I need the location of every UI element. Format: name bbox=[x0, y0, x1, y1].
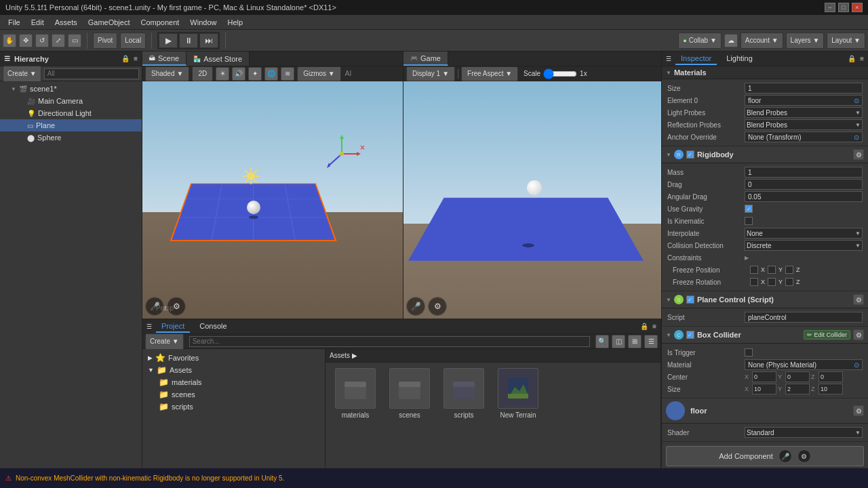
freeze-pos-y[interactable] bbox=[768, 266, 776, 274]
box-collider-settings[interactable]: ⚙ bbox=[853, 329, 864, 340]
script-value[interactable]: planeControl bbox=[745, 312, 863, 323]
game-viewport[interactable]: 🎤 ⚙ bbox=[403, 81, 661, 319]
add-component-settings[interactable]: ⚙ bbox=[797, 449, 811, 463]
close-button[interactable]: × bbox=[852, 3, 863, 12]
layers-button[interactable]: Layers ▼ bbox=[786, 33, 825, 49]
menu-assets[interactable]: Assets bbox=[50, 17, 83, 28]
size-y[interactable]: Y2 bbox=[778, 384, 810, 394]
plane-control-settings[interactable]: ⚙ bbox=[853, 294, 864, 305]
reflection-probes-select[interactable]: Blend Probes ▼ bbox=[745, 119, 863, 130]
minimize-button[interactable]: − bbox=[825, 3, 835, 12]
anchor-value[interactable]: None (Transform) ⊙ bbox=[745, 131, 863, 142]
is-trigger-checkbox[interactable] bbox=[745, 348, 753, 357]
drag-value[interactable]: 0 bbox=[745, 179, 863, 190]
maximize-button[interactable]: □ bbox=[838, 3, 849, 12]
project-tab[interactable]: Project bbox=[156, 321, 190, 333]
rigidbody-header[interactable]: ▼ R ✓ Rigidbody ⚙ bbox=[662, 146, 868, 163]
edit-collider-btn[interactable]: ✏ Edit Collider bbox=[804, 330, 850, 340]
hierarchy-scene[interactable]: ▼ 🎬 scene1* bbox=[0, 83, 142, 95]
project-lock[interactable]: 🔒 bbox=[640, 323, 648, 330]
aspect-dropdown[interactable]: Free Aspect ▼ bbox=[461, 66, 518, 81]
hierarchy-search[interactable] bbox=[44, 68, 139, 79]
scene-skybox-toggle[interactable]: 🌐 bbox=[264, 67, 278, 81]
game-audio-btn[interactable]: 🎤 bbox=[406, 297, 425, 316]
light-probes-select[interactable]: Blend Probes ▼ bbox=[745, 107, 863, 118]
asset-scripts[interactable]: scripts bbox=[439, 368, 488, 419]
scale-tool[interactable]: ⤢ bbox=[52, 34, 65, 47]
scale-slider[interactable] bbox=[543, 71, 577, 77]
floor-material-header[interactable]: floor ⚙ bbox=[662, 399, 868, 424]
project-create-button[interactable]: Create ▼ bbox=[145, 333, 184, 350]
hierarchy-item-directionallight[interactable]: 💡 Directional Light bbox=[0, 107, 142, 119]
materials-tree-item[interactable]: 📁 materials bbox=[145, 376, 322, 388]
hierarchy-menu[interactable]: ≡ bbox=[134, 55, 138, 62]
inspector-menu[interactable]: ≡ bbox=[860, 55, 864, 62]
scene-fog-toggle[interactable]: ≋ bbox=[281, 67, 294, 81]
gizmo-close[interactable]: × bbox=[360, 143, 365, 152]
scene-audio-toggle[interactable]: 🔊 bbox=[232, 67, 245, 81]
project-search[interactable] bbox=[189, 336, 590, 347]
hierarchy-item-maincamera[interactable]: 🎥 Main Camera bbox=[0, 95, 142, 107]
scene-light-toggle[interactable]: ☀ bbox=[216, 67, 229, 81]
mass-value[interactable]: 1 bbox=[745, 167, 863, 178]
dimension-toggle[interactable]: 2D bbox=[192, 66, 213, 81]
size-value[interactable]: 1 bbox=[745, 83, 863, 94]
play-button[interactable]: ▶ bbox=[159, 33, 178, 48]
local-button[interactable]: Local bbox=[120, 33, 146, 49]
menu-help[interactable]: Help bbox=[222, 17, 248, 28]
asset-store-tab[interactable]: 🏪 Asset Store bbox=[186, 52, 250, 66]
use-gravity-checkbox[interactable]: ✓ bbox=[745, 205, 753, 213]
asset-scenes[interactable]: scenes bbox=[385, 368, 434, 419]
scenes-tree-item[interactable]: 📁 scenes bbox=[145, 388, 322, 401]
project-menu[interactable]: ≡ bbox=[652, 323, 656, 330]
box-collider-header[interactable]: ▼ C ✓ Box Collider ✏ Edit Collider ⚙ bbox=[662, 327, 868, 344]
inspector-lock[interactable]: 🔒 bbox=[848, 55, 856, 62]
step-button[interactable]: ⏭ bbox=[199, 33, 218, 48]
display-dropdown[interactable]: Display 1▼ bbox=[406, 66, 455, 81]
shading-dropdown[interactable]: Shaded▼ bbox=[145, 66, 189, 81]
add-component-audio[interactable]: 🎤 bbox=[778, 449, 792, 463]
scene-tab[interactable]: 🏔 Scene bbox=[142, 52, 186, 66]
account-button[interactable]: Account ▼ bbox=[741, 33, 783, 49]
collision-detect-select[interactable]: Discrete ▼ bbox=[745, 240, 863, 251]
menu-component[interactable]: Component bbox=[135, 17, 184, 28]
box-collider-checkbox[interactable]: ✓ bbox=[686, 331, 694, 339]
plane-control-header[interactable]: ▼ S ✓ Plane Control (Script) ⚙ bbox=[662, 291, 868, 308]
scripts-tree-item[interactable]: 📁 scripts bbox=[145, 401, 322, 413]
size-z[interactable]: Z10 bbox=[811, 384, 843, 394]
project-search-icon[interactable]: 🔍 bbox=[595, 335, 609, 348]
interpolate-select[interactable]: None ▼ bbox=[745, 228, 863, 239]
element0-value[interactable]: floor ⊙ bbox=[745, 95, 863, 106]
hand-tool[interactable]: ✋ bbox=[3, 34, 16, 47]
menu-edit[interactable]: Edit bbox=[26, 17, 50, 28]
inspector-tab[interactable]: Inspector bbox=[675, 53, 717, 65]
project-sort[interactable]: ⊞ bbox=[628, 335, 642, 348]
scene-fx-toggle[interactable]: ✦ bbox=[248, 67, 262, 81]
is-kinematic-checkbox[interactable] bbox=[745, 217, 753, 225]
hierarchy-item-sphere[interactable]: ⬤ Sphere bbox=[0, 131, 142, 144]
window-controls[interactable]: − □ × bbox=[825, 3, 863, 12]
hierarchy-item-plane[interactable]: ▭ Plane bbox=[0, 119, 142, 131]
collider-material-value[interactable]: None (Physic Material) ⊙ bbox=[745, 359, 863, 370]
collab-button[interactable]: ● Collab ▼ bbox=[678, 33, 721, 49]
layout-button[interactable]: Layout ▼ bbox=[827, 33, 865, 49]
angular-drag-value[interactable]: 0.05 bbox=[745, 191, 863, 202]
freeze-rot-z[interactable] bbox=[785, 278, 793, 286]
asset-terrain[interactable]: New Terrain bbox=[494, 368, 542, 419]
menu-gameobject[interactable]: GameObject bbox=[83, 17, 136, 28]
asset-materials[interactable]: materials bbox=[331, 368, 380, 419]
project-view-toggle[interactable]: ☰ bbox=[644, 335, 658, 348]
cloud-button[interactable]: ☁ bbox=[724, 34, 738, 47]
rect-tool[interactable]: ▭ bbox=[68, 34, 81, 47]
lighting-tab[interactable]: Lighting bbox=[721, 53, 758, 65]
floor-settings[interactable]: ⚙ bbox=[853, 405, 864, 416]
freeze-pos-x[interactable] bbox=[750, 266, 758, 274]
favorites-item[interactable]: ▶ ⭐ Favorites bbox=[145, 352, 322, 364]
size-x[interactable]: X10 bbox=[745, 384, 776, 394]
pause-button[interactable]: ⏸ bbox=[179, 33, 198, 48]
scene-settings-btn[interactable]: ⚙ bbox=[167, 297, 186, 316]
rotate-tool[interactable]: ↺ bbox=[35, 34, 49, 47]
materials-header[interactable]: ▼ Materials bbox=[662, 66, 868, 79]
freeze-rot-x[interactable] bbox=[750, 278, 758, 286]
assets-item[interactable]: ▼ 📁 Assets bbox=[145, 364, 322, 376]
